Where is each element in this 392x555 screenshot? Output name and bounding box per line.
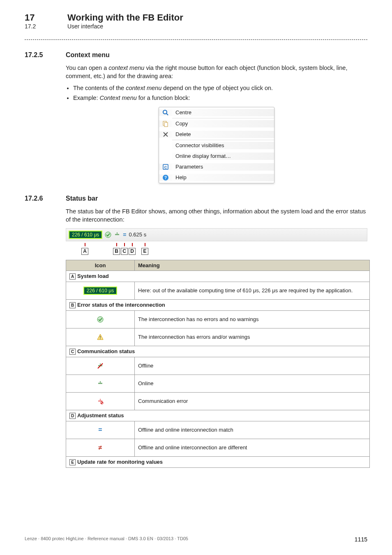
svg-point-0 [163, 110, 167, 114]
monitoring-time: 0.625 s [129, 231, 146, 238]
page-header: 17 Working with the FB Editor 17.2 User … [25, 12, 367, 30]
bullet-contents-depend: The contents of the context menu depend … [73, 84, 367, 92]
page-footer: Lenze · 8400 protec HighLine · Reference… [25, 536, 367, 543]
communication-error-icon [97, 398, 104, 405]
ok-icon [105, 231, 111, 238]
meaning-text: The interconnection has no errors and no… [135, 310, 370, 328]
parameters-icon: C [162, 164, 169, 170]
online-icon [97, 380, 104, 387]
section-17-2-5-body: You can open a context menu via the righ… [66, 64, 367, 183]
system-load-indicator: 226 / 610 μs [69, 231, 102, 239]
section-number: 17.2 [25, 23, 66, 30]
col-meaning-header: Meaning [135, 260, 370, 271]
table-row: Offline [66, 357, 370, 375]
context-menu-label: Copy [172, 120, 274, 127]
meaning-text: Communication error [135, 392, 370, 410]
system-load-example: 226 / 610 μs [83, 287, 117, 295]
magnifier-icon [162, 109, 169, 116]
svg-line-1 [166, 113, 168, 115]
label-A: A [81, 248, 88, 255]
context-menu-label: Online display format… [172, 153, 274, 160]
context-menu-label: Centre [172, 109, 274, 116]
match-icon: = [98, 426, 102, 433]
context-menu-item-help[interactable]: ? Help [159, 172, 274, 183]
context-menu-label: Parameters [172, 163, 274, 171]
status-bar-table: Icon Meaning ASystem load 226 / 610 μs H… [66, 260, 370, 468]
svg-rect-19 [98, 383, 102, 384]
copy-icon [162, 120, 169, 127]
section-C-head: CCommunication status [66, 346, 370, 357]
svg-rect-11 [115, 234, 119, 235]
online-icon [114, 231, 120, 238]
meaning-text: Online [135, 375, 370, 392]
table-row: Communication error [66, 392, 370, 410]
delete-icon [162, 131, 169, 138]
status-bar-intro: The status bar of the FB Editor shows, a… [66, 207, 367, 224]
svg-point-10 [105, 232, 111, 238]
meaning-text: Offline [135, 357, 370, 375]
label-B: B [113, 248, 120, 255]
warning-icon: ! [97, 334, 104, 340]
bullet-example: Example: Context menu for a function blo… [73, 94, 367, 102]
svg-rect-22 [100, 399, 101, 400]
help-icon: ? [162, 174, 169, 181]
chapter-title: Working with the FB Editor [67, 12, 183, 23]
intro-paragraph: You can open a context menu via the righ… [66, 64, 367, 81]
ok-icon [97, 316, 104, 323]
meaning-text: The interconnection has errors and/or wa… [135, 328, 370, 346]
section-A-head: ASystem load [66, 271, 370, 282]
svg-text:!: ! [99, 335, 101, 340]
context-menu-label: Delete [172, 131, 274, 138]
context-menu-item-delete[interactable]: Delete [159, 129, 274, 140]
context-menu-item-centre[interactable]: Centre [159, 107, 274, 118]
section-title: User interface [67, 23, 103, 30]
heading-title: Context menu [66, 51, 110, 59]
table-row: ≠ Offline and online interconnection are… [66, 439, 370, 456]
section-E-head: EUpdate rate for monitoring values [66, 456, 370, 467]
svg-rect-17 [100, 363, 101, 365]
context-menu: Centre Copy Delete Connector visibilitie… [159, 107, 274, 183]
mismatch-icon: ≠ [99, 444, 102, 451]
svg-point-13 [97, 317, 103, 322]
svg-rect-12 [117, 232, 118, 234]
heading-number: 17.2.5 [25, 51, 66, 59]
section-17-2-6-body: The status bar of the FB Editor shows, a… [66, 207, 367, 224]
meaning-text: Offline and online interconnection are d… [135, 439, 370, 456]
label-C: C [121, 248, 128, 255]
section-D-head: DAdjustment status [66, 410, 370, 421]
table-row: = Offline and online interconnection mat… [66, 421, 370, 439]
svg-text:?: ? [164, 176, 167, 180]
page-number: 1115 [355, 536, 367, 543]
equals-icon: = [123, 231, 126, 238]
context-menu-item-copy[interactable]: Copy [159, 118, 274, 129]
col-icon-header: Icon [66, 260, 135, 271]
svg-text:C: C [164, 165, 167, 169]
context-menu-label: Connector visibilities [172, 142, 274, 149]
svg-rect-20 [100, 381, 101, 383]
svg-rect-3 [164, 123, 168, 127]
heading-number: 17.2.6 [25, 195, 66, 202]
meaning-text: Offline and online interconnection match [135, 421, 370, 439]
section-17-2-5-heading: 17.2.5 Context menu [25, 51, 367, 59]
status-bar-annotations: A B C D E [66, 243, 367, 255]
table-row: The interconnection has no errors and no… [66, 310, 370, 328]
context-menu-item-online-format[interactable]: Online display format… [159, 151, 274, 162]
status-bar: 226 / 610 μs = 0.625 s [66, 228, 367, 241]
section-17-2-6-heading: 17.2.6 Status bar [25, 195, 367, 202]
chapter-number: 17 [25, 12, 66, 23]
offline-icon [97, 363, 104, 369]
meaning-text: Here: out of the available computing tim… [135, 282, 370, 299]
context-menu-item-connector[interactable]: Connector visibilities [159, 140, 274, 151]
footer-left: Lenze · 8400 protec HighLine · Reference… [25, 536, 188, 543]
context-menu-label: Help [172, 174, 274, 181]
heading-title: Status bar [66, 195, 98, 202]
separator [25, 39, 367, 40]
label-E: E [141, 248, 148, 255]
section-B-head: BError status of the interconnection [66, 299, 370, 310]
table-row: Online [66, 375, 370, 392]
table-row: 226 / 610 μs Here: out of the available … [66, 282, 370, 299]
label-D: D [129, 248, 136, 255]
table-row: ! The interconnection has errors and/or … [66, 328, 370, 346]
context-menu-item-parameters[interactable]: C Parameters [159, 162, 274, 172]
